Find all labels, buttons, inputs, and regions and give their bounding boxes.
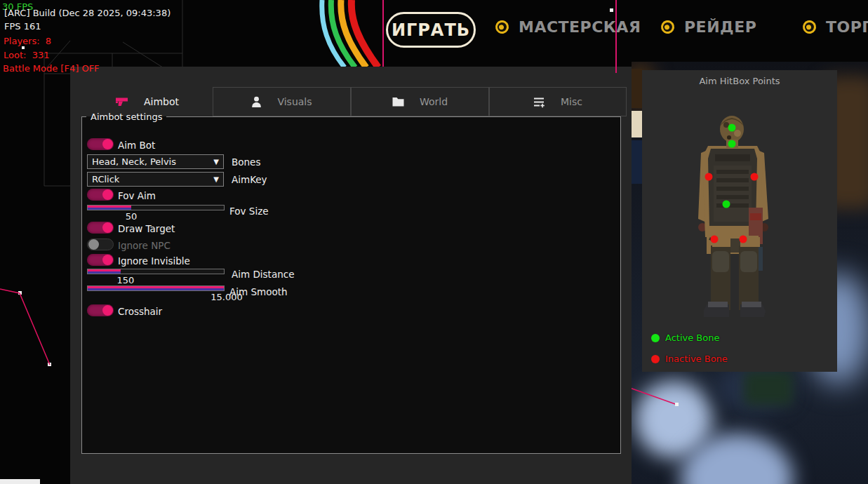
slider-fill <box>88 269 121 274</box>
folder-icon <box>392 97 404 107</box>
tab-label: World <box>420 96 448 107</box>
sliders-icon <box>533 96 545 108</box>
aim-distance-slider[interactable] <box>87 269 225 274</box>
aim-smooth-label: Aim Smooth <box>229 286 288 297</box>
draw-target-toggle[interactable] <box>87 222 114 234</box>
hitbox-point <box>723 201 730 208</box>
game-tab-raider[interactable]: РЕЙДЕР <box>661 18 756 36</box>
hitbox-point <box>751 173 759 181</box>
fov-aim-label: Fov Aim <box>118 190 156 201</box>
slider-fill <box>88 286 224 290</box>
hud-build-label: [ARC] Build (Dec 28 2025, 09:43:38) <box>4 8 171 18</box>
crosshair-label: Crosshair <box>118 306 162 317</box>
aim-distance-label: Aim Distance <box>232 269 294 280</box>
aim-bot-toggle[interactable] <box>87 138 114 150</box>
coin-icon <box>801 19 817 35</box>
active-bone-dot-icon <box>651 334 660 342</box>
ignore-invisible-label: Ignore Invisible <box>118 255 190 267</box>
coin-icon <box>494 19 510 35</box>
coin-icon <box>660 19 676 35</box>
game-screen: 30 FPS [ARC] Build (Dec 28 2025, 09:43:3… <box>0 0 868 484</box>
tab-label: Visuals <box>277 96 312 107</box>
group-title: Aimbot settings <box>86 112 166 122</box>
chevron-down-icon: ▼ <box>213 158 223 166</box>
chevron-down-icon: ▼ <box>213 175 223 183</box>
crosshair-toggle[interactable] <box>87 304 114 316</box>
game-tab-label: МАСТЕРСКАЯ <box>519 18 641 36</box>
legend-label: Inactive Bone <box>665 354 728 364</box>
hud-battle-mode: Battle Mode [F4] OFF <box>3 63 100 74</box>
aimkey-dropdown[interactable]: RClick ▼ <box>87 172 224 187</box>
aim-distance-value: 150 <box>105 275 147 285</box>
slider-fill <box>88 206 131 210</box>
aim-bot-label: Aim Bot <box>118 140 155 151</box>
play-button[interactable]: ИГРАТЬ <box>386 12 476 48</box>
game-tab-label: РЕЙДЕР <box>684 18 756 36</box>
fov-size-label: Fov Size <box>229 206 269 217</box>
game-tab-workshop[interactable]: МАСТЕРСКАЯ <box>495 18 641 36</box>
tab-label: Misc <box>561 96 582 107</box>
hud-fps-label: FPS 161 <box>4 21 41 32</box>
gun-icon <box>115 96 128 107</box>
aimbot-settings-group: Aimbot settings Aim Bot Head, Neck, Pelv… <box>81 112 621 454</box>
ignore-npc-label: Ignore NPC <box>118 240 171 251</box>
inactive-bone-dot-icon <box>651 355 660 363</box>
ignore-invisible-toggle[interactable] <box>87 254 114 266</box>
player-model-image <box>642 70 837 372</box>
hitbox-panel: Aim HitBox Points <box>642 70 837 372</box>
fov-size-value: 50 <box>110 211 152 222</box>
bones-selected-value: Head, Neck, Pelvis <box>88 156 213 167</box>
person-icon <box>251 96 262 107</box>
hud-players-count: Players: 8 <box>4 36 51 46</box>
hitbox-point <box>740 236 747 243</box>
hitbox-point <box>728 124 736 132</box>
draw-target-label: Draw Target <box>118 223 175 234</box>
aimkey-label: AimKey <box>232 174 267 185</box>
cheat-menu-panel: Aimbot Visuals World Misc <box>70 67 632 484</box>
aim-smooth-slider[interactable] <box>87 285 225 291</box>
aimkey-selected-value: RClick <box>88 174 213 184</box>
esp-node <box>675 403 679 406</box>
hitbox-point <box>728 140 736 148</box>
bones-dropdown[interactable]: Head, Neck, Pelvis ▼ <box>87 154 224 169</box>
legend-active-bone: Active Bone <box>651 332 719 343</box>
ignore-npc-toggle[interactable] <box>87 238 114 250</box>
game-tab-trade[interactable]: ТОРГО <box>803 18 868 36</box>
hitbox-point <box>711 236 719 243</box>
hitbox-point <box>705 173 713 181</box>
laser-line <box>615 0 617 73</box>
fov-size-slider[interactable] <box>87 205 225 210</box>
game-tab-label: ТОРГО <box>826 18 868 36</box>
legend-label: Active Bone <box>665 332 719 343</box>
fov-aim-toggle[interactable] <box>87 189 114 201</box>
hud-loot-count: Loot: 331 <box>4 50 49 60</box>
bones-label: Bones <box>232 156 260 168</box>
legend-inactive-bone: Inactive Bone <box>651 354 728 364</box>
tab-label: Aimbot <box>144 96 179 107</box>
